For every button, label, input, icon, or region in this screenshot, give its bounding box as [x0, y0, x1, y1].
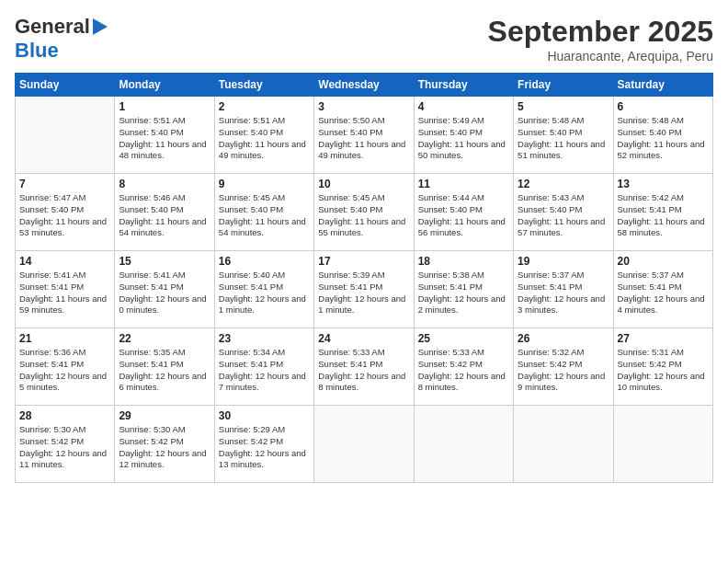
day-detail: Sunrise: 5:45 AMSunset: 5:40 PMDaylight:… — [318, 192, 409, 239]
calendar-cell: 18 Sunrise: 5:38 AMSunset: 5:41 PMDaylig… — [414, 251, 513, 328]
day-detail: Sunrise: 5:50 AMSunset: 5:40 PMDaylight:… — [318, 115, 409, 162]
weekday-header-thursday: Thursday — [414, 74, 513, 97]
calendar-cell: 25 Sunrise: 5:33 AMSunset: 5:42 PMDaylig… — [414, 328, 513, 406]
day-number: 8 — [119, 178, 210, 190]
calendar-cell — [414, 406, 513, 483]
calendar-week-row: 28 Sunrise: 5:30 AMSunset: 5:42 PMDaylig… — [16, 406, 713, 483]
day-detail: Sunrise: 5:43 AMSunset: 5:40 PMDaylight:… — [518, 192, 609, 239]
calendar-cell: 26 Sunrise: 5:32 AMSunset: 5:42 PMDaylig… — [514, 328, 613, 406]
day-number: 4 — [418, 100, 509, 113]
day-number: 2 — [219, 100, 310, 113]
calendar-cell: 21 Sunrise: 5:36 AMSunset: 5:41 PMDaylig… — [16, 328, 115, 406]
day-number: 18 — [418, 255, 509, 268]
day-detail: Sunrise: 5:51 AMSunset: 5:40 PMDaylight:… — [119, 115, 210, 162]
day-number: 17 — [318, 255, 409, 268]
day-detail: Sunrise: 5:37 AMSunset: 5:41 PMDaylight:… — [518, 270, 609, 316]
day-detail: Sunrise: 5:30 AMSunset: 5:42 PMDaylight:… — [19, 424, 110, 471]
day-detail: Sunrise: 5:51 AMSunset: 5:40 PMDaylight:… — [219, 115, 310, 162]
calendar-cell: 11 Sunrise: 5:44 AMSunset: 5:40 PMDaylig… — [414, 174, 513, 251]
day-detail: Sunrise: 5:41 AMSunset: 5:41 PMDaylight:… — [119, 270, 210, 316]
calendar-cell: 5 Sunrise: 5:48 AMSunset: 5:40 PMDayligh… — [514, 97, 613, 174]
calendar-cell: 8 Sunrise: 5:46 AMSunset: 5:40 PMDayligh… — [115, 174, 214, 251]
day-number: 30 — [219, 409, 310, 422]
title-block: September 2025 Huarancante, Arequipa, Pe… — [488, 15, 713, 63]
day-number: 24 — [318, 332, 409, 345]
calendar-cell: 19 Sunrise: 5:37 AMSunset: 5:41 PMDaylig… — [514, 251, 613, 328]
calendar-cell: 28 Sunrise: 5:30 AMSunset: 5:42 PMDaylig… — [16, 406, 115, 483]
calendar-cell: 13 Sunrise: 5:42 AMSunset: 5:41 PMDaylig… — [613, 174, 712, 251]
calendar-cell: 30 Sunrise: 5:29 AMSunset: 5:42 PMDaylig… — [214, 406, 313, 483]
calendar-cell — [613, 406, 712, 483]
calendar-cell: 2 Sunrise: 5:51 AMSunset: 5:40 PMDayligh… — [214, 97, 313, 174]
day-detail: Sunrise: 5:49 AMSunset: 5:40 PMDaylight:… — [418, 115, 509, 162]
calendar-week-row: 7 Sunrise: 5:47 AMSunset: 5:40 PMDayligh… — [16, 174, 713, 251]
weekday-header-tuesday: Tuesday — [214, 74, 313, 97]
logo-text-blue: Blue — [15, 39, 59, 62]
weekday-header-saturday: Saturday — [613, 74, 712, 97]
day-number: 29 — [119, 409, 210, 422]
calendar-body: 1 Sunrise: 5:51 AMSunset: 5:40 PMDayligh… — [16, 97, 713, 483]
calendar-cell: 15 Sunrise: 5:41 AMSunset: 5:41 PMDaylig… — [115, 251, 214, 328]
calendar-cell: 22 Sunrise: 5:35 AMSunset: 5:41 PMDaylig… — [115, 328, 214, 406]
calendar-cell — [314, 406, 414, 483]
day-detail: Sunrise: 5:38 AMSunset: 5:41 PMDaylight:… — [418, 270, 509, 316]
day-detail: Sunrise: 5:33 AMSunset: 5:42 PMDaylight:… — [418, 347, 509, 394]
day-number: 5 — [518, 100, 609, 113]
weekday-header-friday: Friday — [514, 74, 613, 97]
day-number: 11 — [418, 178, 509, 190]
calendar-cell — [16, 97, 115, 174]
day-detail: Sunrise: 5:40 AMSunset: 5:41 PMDaylight:… — [219, 270, 310, 316]
day-detail: Sunrise: 5:45 AMSunset: 5:40 PMDaylight:… — [219, 192, 310, 239]
day-number: 22 — [119, 332, 210, 345]
calendar-cell: 9 Sunrise: 5:45 AMSunset: 5:40 PMDayligh… — [214, 174, 313, 251]
day-number: 14 — [19, 255, 110, 268]
day-detail: Sunrise: 5:41 AMSunset: 5:41 PMDaylight:… — [19, 270, 110, 316]
calendar-table: SundayMondayTuesdayWednesdayThursdayFrid… — [15, 73, 713, 483]
day-detail: Sunrise: 5:36 AMSunset: 5:41 PMDaylight:… — [19, 347, 110, 394]
day-detail: Sunrise: 5:35 AMSunset: 5:41 PMDaylight:… — [119, 347, 210, 394]
logo-text-general: General — [15, 15, 90, 39]
day-detail: Sunrise: 5:30 AMSunset: 5:42 PMDaylight:… — [119, 424, 210, 471]
day-detail: Sunrise: 5:31 AMSunset: 5:42 PMDaylight:… — [618, 347, 709, 394]
month-year-title: September 2025 — [488, 15, 713, 49]
day-number: 28 — [19, 409, 110, 422]
day-detail: Sunrise: 5:42 AMSunset: 5:41 PMDaylight:… — [618, 192, 709, 239]
day-detail: Sunrise: 5:32 AMSunset: 5:42 PMDaylight:… — [518, 347, 609, 394]
calendar-cell: 23 Sunrise: 5:34 AMSunset: 5:41 PMDaylig… — [214, 328, 313, 406]
calendar-cell — [514, 406, 613, 483]
location-subtitle: Huarancante, Arequipa, Peru — [488, 49, 713, 63]
day-detail: Sunrise: 5:34 AMSunset: 5:41 PMDaylight:… — [219, 347, 310, 394]
calendar-week-row: 14 Sunrise: 5:41 AMSunset: 5:41 PMDaylig… — [16, 251, 713, 328]
calendar-cell: 24 Sunrise: 5:33 AMSunset: 5:41 PMDaylig… — [314, 328, 414, 406]
calendar-cell: 17 Sunrise: 5:39 AMSunset: 5:41 PMDaylig… — [314, 251, 414, 328]
day-detail: Sunrise: 5:37 AMSunset: 5:41 PMDaylight:… — [618, 270, 709, 316]
day-number: 19 — [518, 255, 609, 268]
calendar-cell: 29 Sunrise: 5:30 AMSunset: 5:42 PMDaylig… — [115, 406, 214, 483]
weekday-header-sunday: Sunday — [16, 74, 115, 97]
calendar-week-row: 21 Sunrise: 5:36 AMSunset: 5:41 PMDaylig… — [16, 328, 713, 406]
page-header: General Blue September 2025 Huarancante,… — [15, 15, 713, 63]
day-number: 3 — [318, 100, 409, 113]
calendar-cell: 7 Sunrise: 5:47 AMSunset: 5:40 PMDayligh… — [16, 174, 115, 251]
day-number: 16 — [219, 255, 310, 268]
day-number: 25 — [418, 332, 509, 345]
day-number: 26 — [518, 332, 609, 345]
day-number: 13 — [618, 178, 709, 190]
weekday-header-wednesday: Wednesday — [314, 74, 414, 97]
day-number: 9 — [219, 178, 310, 190]
calendar-cell: 10 Sunrise: 5:45 AMSunset: 5:40 PMDaylig… — [314, 174, 414, 251]
day-detail: Sunrise: 5:48 AMSunset: 5:40 PMDaylight:… — [518, 115, 609, 162]
day-number: 10 — [318, 178, 409, 190]
calendar-cell: 6 Sunrise: 5:48 AMSunset: 5:40 PMDayligh… — [613, 97, 712, 174]
day-detail: Sunrise: 5:33 AMSunset: 5:41 PMDaylight:… — [318, 347, 409, 394]
calendar-cell: 16 Sunrise: 5:40 AMSunset: 5:41 PMDaylig… — [214, 251, 313, 328]
calendar-header-row: SundayMondayTuesdayWednesdayThursdayFrid… — [16, 74, 713, 97]
weekday-header-monday: Monday — [115, 74, 214, 97]
day-number: 21 — [19, 332, 110, 345]
day-detail: Sunrise: 5:29 AMSunset: 5:42 PMDaylight:… — [219, 424, 310, 471]
day-number: 15 — [119, 255, 210, 268]
day-number: 7 — [19, 178, 110, 190]
calendar-cell: 1 Sunrise: 5:51 AMSunset: 5:40 PMDayligh… — [115, 97, 214, 174]
calendar-cell: 12 Sunrise: 5:43 AMSunset: 5:40 PMDaylig… — [514, 174, 613, 251]
day-detail: Sunrise: 5:46 AMSunset: 5:40 PMDaylight:… — [119, 192, 210, 239]
